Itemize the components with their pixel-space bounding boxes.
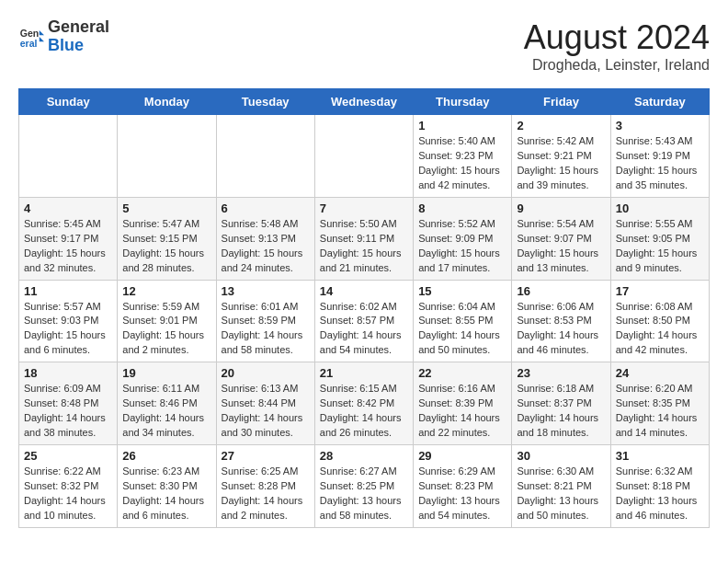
calendar-cell: 30Sunrise: 6:30 AM Sunset: 8:21 PM Dayli… [512, 445, 610, 528]
day-info: Sunrise: 6:16 AM Sunset: 8:39 PM Dayligh… [418, 382, 506, 441]
logo-blue-text: Blue [48, 36, 84, 54]
calendar-cell: 1Sunrise: 5:40 AM Sunset: 9:23 PM Daylig… [414, 115, 512, 198]
day-info: Sunrise: 6:06 AM Sunset: 8:53 PM Dayligh… [517, 300, 605, 359]
calendar-cell: 4Sunrise: 5:45 AM Sunset: 9:17 PM Daylig… [19, 197, 118, 280]
svg-marker-3 [40, 37, 44, 41]
day-info: Sunrise: 6:13 AM Sunset: 8:44 PM Dayligh… [222, 382, 310, 441]
day-number: 1 [418, 119, 506, 132]
day-info: Sunrise: 6:30 AM Sunset: 8:21 PM Dayligh… [517, 465, 605, 523]
day-number: 31 [616, 449, 704, 463]
calendar-cell: 22Sunrise: 6:16 AM Sunset: 8:39 PM Dayli… [414, 362, 512, 445]
calendar-cell: 5Sunrise: 5:47 AM Sunset: 9:15 PM Daylig… [118, 197, 216, 280]
day-info: Sunrise: 6:27 AM Sunset: 8:25 PM Dayligh… [320, 465, 408, 523]
day-info: Sunrise: 6:32 AM Sunset: 8:18 PM Dayligh… [616, 465, 704, 523]
calendar-cell: 29Sunrise: 6:29 AM Sunset: 8:23 PM Dayli… [414, 445, 512, 528]
calendar-cell: 25Sunrise: 6:22 AM Sunset: 8:32 PM Dayli… [19, 445, 118, 528]
calendar-body: 1Sunrise: 5:40 AM Sunset: 9:23 PM Daylig… [19, 115, 710, 528]
day-number: 27 [222, 449, 310, 463]
day-info: Sunrise: 6:01 AM Sunset: 8:59 PM Dayligh… [222, 300, 310, 359]
day-number: 5 [122, 201, 210, 215]
calendar-cell: 21Sunrise: 6:15 AM Sunset: 8:42 PM Dayli… [314, 362, 413, 445]
day-number: 6 [222, 201, 310, 215]
calendar-cell: 10Sunrise: 5:55 AM Sunset: 9:05 PM Dayli… [610, 197, 709, 280]
day-number: 30 [517, 449, 605, 463]
day-number: 17 [616, 284, 704, 298]
day-info: Sunrise: 6:11 AM Sunset: 8:46 PM Dayligh… [122, 382, 210, 441]
day-number: 28 [320, 449, 408, 463]
day-number: 29 [418, 449, 506, 463]
day-number: 10 [616, 201, 704, 215]
day-number: 23 [517, 366, 605, 380]
day-number: 26 [122, 449, 210, 463]
calendar-cell: 15Sunrise: 6:04 AM Sunset: 8:55 PM Dayli… [414, 280, 512, 362]
calendar-cell [216, 115, 314, 198]
calendar-cell: 17Sunrise: 6:08 AM Sunset: 8:50 PM Dayli… [610, 280, 709, 362]
day-number: 16 [517, 284, 605, 298]
calendar-cell: 6Sunrise: 5:48 AM Sunset: 9:13 PM Daylig… [216, 197, 314, 280]
day-info: Sunrise: 6:29 AM Sunset: 8:23 PM Dayligh… [418, 465, 506, 523]
calendar-title: August 2024 [524, 18, 710, 57]
day-number: 21 [320, 366, 408, 380]
logo-general-text: General [48, 17, 109, 36]
calendar-cell: 7Sunrise: 5:50 AM Sunset: 9:11 PM Daylig… [314, 197, 413, 280]
calendar-cell: 9Sunrise: 5:54 AM Sunset: 9:07 PM Daylig… [512, 197, 610, 280]
calendar-cell: 24Sunrise: 6:20 AM Sunset: 8:35 PM Dayli… [610, 362, 709, 445]
calendar-cell: 14Sunrise: 6:02 AM Sunset: 8:57 PM Dayli… [314, 280, 413, 362]
day-info: Sunrise: 6:18 AM Sunset: 8:37 PM Dayligh… [517, 382, 605, 441]
day-number: 18 [24, 366, 112, 380]
calendar-cell [314, 115, 413, 198]
day-info: Sunrise: 6:25 AM Sunset: 8:28 PM Dayligh… [222, 465, 310, 523]
calendar-cell [118, 115, 216, 198]
day-number: 20 [222, 366, 310, 380]
weekday-header: Friday [512, 89, 610, 115]
day-number: 3 [616, 119, 704, 132]
day-info: Sunrise: 6:08 AM Sunset: 8:50 PM Dayligh… [616, 300, 704, 359]
calendar-cell: 2Sunrise: 5:42 AM Sunset: 9:21 PM Daylig… [512, 115, 610, 198]
calendar-cell: 20Sunrise: 6:13 AM Sunset: 8:44 PM Dayli… [216, 362, 314, 445]
day-info: Sunrise: 6:20 AM Sunset: 8:35 PM Dayligh… [616, 382, 704, 441]
calendar-cell: 26Sunrise: 6:23 AM Sunset: 8:30 PM Dayli… [118, 445, 216, 528]
logo: Gen eral General Blue [18, 18, 109, 55]
day-info: Sunrise: 5:54 AM Sunset: 9:07 PM Dayligh… [517, 217, 605, 276]
calendar-cell: 16Sunrise: 6:06 AM Sunset: 8:53 PM Dayli… [512, 280, 610, 362]
day-info: Sunrise: 6:22 AM Sunset: 8:32 PM Dayligh… [24, 465, 112, 523]
day-number: 13 [222, 284, 310, 298]
calendar-header: SundayMondayTuesdayWednesdayThursdayFrid… [19, 89, 710, 115]
day-info: Sunrise: 5:40 AM Sunset: 9:23 PM Dayligh… [418, 134, 506, 193]
day-info: Sunrise: 6:15 AM Sunset: 8:42 PM Dayligh… [320, 382, 408, 441]
calendar-cell: 23Sunrise: 6:18 AM Sunset: 8:37 PM Dayli… [512, 362, 610, 445]
day-number: 4 [24, 201, 112, 215]
title-area: August 2024 Drogheda, Leinster, Ireland [524, 18, 710, 74]
day-number: 15 [418, 284, 506, 298]
day-info: Sunrise: 5:57 AM Sunset: 9:03 PM Dayligh… [24, 300, 112, 359]
weekday-header: Sunday [19, 89, 118, 115]
day-number: 22 [418, 366, 506, 380]
day-info: Sunrise: 6:23 AM Sunset: 8:30 PM Dayligh… [122, 465, 210, 523]
day-number: 19 [122, 366, 210, 380]
calendar-cell: 13Sunrise: 6:01 AM Sunset: 8:59 PM Dayli… [216, 280, 314, 362]
day-number: 8 [418, 201, 506, 215]
day-number: 14 [320, 284, 408, 298]
weekday-header: Tuesday [216, 89, 314, 115]
calendar-table: SundayMondayTuesdayWednesdayThursdayFrid… [18, 88, 710, 528]
day-info: Sunrise: 5:43 AM Sunset: 9:19 PM Dayligh… [616, 134, 704, 193]
calendar-week-row: 1Sunrise: 5:40 AM Sunset: 9:23 PM Daylig… [19, 115, 710, 198]
calendar-week-row: 4Sunrise: 5:45 AM Sunset: 9:17 PM Daylig… [19, 197, 710, 280]
day-info: Sunrise: 6:09 AM Sunset: 8:48 PM Dayligh… [24, 382, 112, 441]
calendar-cell: 11Sunrise: 5:57 AM Sunset: 9:03 PM Dayli… [19, 280, 118, 362]
weekday-header: Thursday [414, 89, 512, 115]
calendar-cell: 19Sunrise: 6:11 AM Sunset: 8:46 PM Dayli… [118, 362, 216, 445]
day-info: Sunrise: 6:02 AM Sunset: 8:57 PM Dayligh… [320, 300, 408, 359]
day-info: Sunrise: 5:48 AM Sunset: 9:13 PM Dayligh… [222, 217, 310, 276]
calendar-cell: 31Sunrise: 6:32 AM Sunset: 8:18 PM Dayli… [610, 445, 709, 528]
calendar-cell: 12Sunrise: 5:59 AM Sunset: 9:01 PM Dayli… [118, 280, 216, 362]
weekday-header: Saturday [610, 89, 709, 115]
logo-icon: Gen eral [18, 24, 44, 50]
weekday-header: Monday [118, 89, 216, 115]
weekday-header: Wednesday [314, 89, 413, 115]
day-info: Sunrise: 5:42 AM Sunset: 9:21 PM Dayligh… [517, 134, 605, 193]
day-number: 2 [517, 119, 605, 132]
calendar-subtitle: Drogheda, Leinster, Ireland [524, 57, 710, 74]
day-number: 12 [122, 284, 210, 298]
calendar-cell: 8Sunrise: 5:52 AM Sunset: 9:09 PM Daylig… [414, 197, 512, 280]
